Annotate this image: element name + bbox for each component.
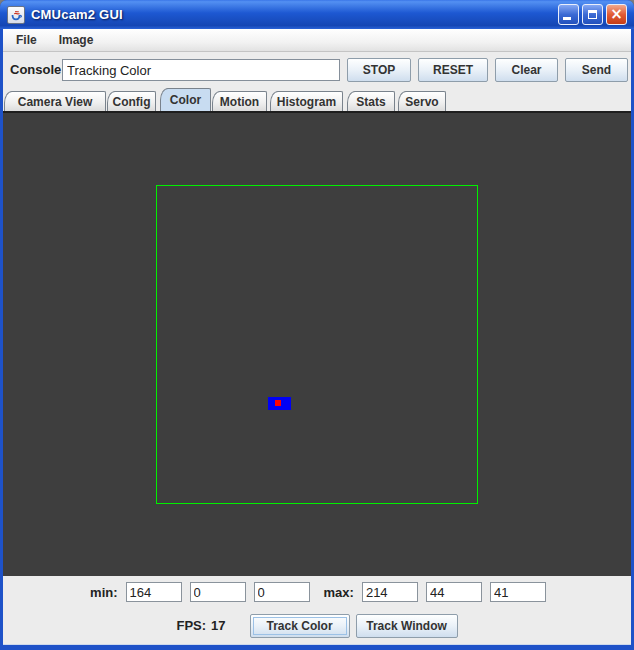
close-button[interactable]: × — [606, 4, 627, 25]
tab-color[interactable]: Color — [160, 88, 211, 111]
tab-histogram[interactable]: Histogram — [270, 91, 343, 111]
menu-image[interactable]: Image — [55, 31, 98, 49]
tracked-color-blob — [268, 397, 291, 410]
min-label: min: — [90, 585, 117, 600]
max-field-1[interactable] — [426, 582, 482, 602]
tracking-panel: min: max: FPS:17 Track ColorTrack Window — [3, 576, 631, 645]
close-icon: × — [610, 7, 623, 22]
track-color-button[interactable]: Track Color — [250, 614, 350, 638]
fps-label: FPS: — [176, 618, 206, 633]
track-buttons: Track ColorTrack Window — [250, 614, 458, 638]
max-label: max: — [324, 585, 354, 600]
min-field-0[interactable] — [126, 582, 182, 602]
maximize-icon — [588, 10, 597, 19]
console-panel: Console: STOPRESETClearSend — [3, 52, 631, 88]
menu-file[interactable]: File — [12, 31, 41, 49]
minimize-icon — [563, 17, 571, 20]
tab-config[interactable]: Config — [107, 91, 156, 111]
tab-servo[interactable]: Servo — [398, 91, 446, 111]
console-buttons: STOPRESETClearSend — [347, 58, 628, 82]
menu-bar: File Image — [3, 29, 631, 52]
stop-button[interactable]: STOP — [347, 58, 411, 82]
tracking-window-rect — [156, 185, 478, 504]
min-field-1[interactable] — [190, 582, 246, 602]
java-coffee-icon — [7, 6, 25, 24]
fps-value: 17 — [211, 618, 225, 633]
console-label: Console: — [10, 52, 66, 88]
tab-motion[interactable]: Motion — [212, 91, 267, 111]
max-fields — [362, 582, 546, 602]
reset-button[interactable]: RESET — [418, 58, 488, 82]
fps-readout: FPS:17 — [176, 618, 225, 633]
app-window: CMUcam2 GUI × File Image Console: STOPRE… — [0, 0, 634, 650]
send-button[interactable]: Send — [565, 58, 628, 82]
window-title: CMUcam2 GUI — [31, 7, 123, 22]
max-field-2[interactable] — [490, 582, 546, 602]
tab-stats[interactable]: Stats — [347, 91, 395, 111]
tab-bar: Camera ViewConfigColorMotionHistogramSta… — [3, 88, 631, 111]
track-window-button[interactable]: Track Window — [356, 614, 458, 638]
minimize-button[interactable] — [558, 4, 579, 25]
fps-row: FPS:17 Track ColorTrack Window — [3, 613, 631, 638]
title-bar: CMUcam2 GUI × — [0, 0, 634, 29]
maximize-button[interactable] — [582, 4, 603, 25]
min-fields — [126, 582, 310, 602]
clear-button[interactable]: Clear — [495, 58, 558, 82]
minmax-row: min: max: — [3, 581, 631, 603]
tab-camera-view[interactable]: Camera View — [4, 91, 106, 111]
max-field-0[interactable] — [362, 582, 418, 602]
min-field-2[interactable] — [254, 582, 310, 602]
console-input[interactable] — [62, 59, 340, 81]
blob-centroid-marker — [275, 400, 281, 406]
camera-canvas[interactable] — [3, 111, 631, 576]
